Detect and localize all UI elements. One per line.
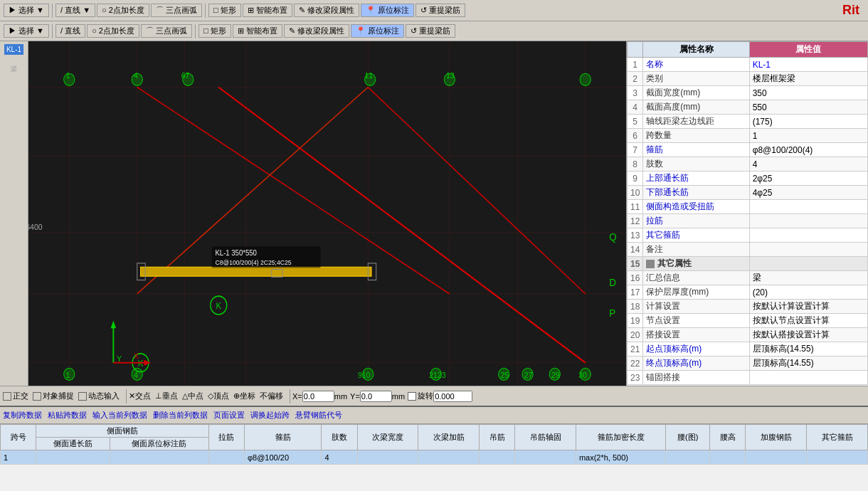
toolbar-2pt-btn[interactable]: ○ 2点加长度	[97, 4, 149, 17]
prop-val-cell[interactable]: 层顶标高(14.55)	[749, 342, 867, 357]
toolbar-3pt-btn[interactable]: ⌒ 三点画弧	[151, 4, 202, 17]
prop-val-cell[interactable]: (20)	[749, 285, 867, 300]
row-beam-bar[interactable]	[418, 450, 480, 465]
svg-point-57	[430, 368, 441, 380]
toolbar-smart-btn[interactable]: ⊞ 智能布置	[243, 4, 292, 17]
kl-tag[interactable]: KL-1	[4, 44, 23, 55]
prop-val-cell[interactable]	[749, 214, 867, 228]
input-col-btn[interactable]: 输入当前列数据	[92, 410, 147, 421]
prop-val-cell[interactable]	[749, 257, 867, 271]
row-stirrup[interactable]: φ8@100/20	[244, 450, 321, 465]
prop-val-cell[interactable]: 550	[749, 100, 867, 115]
status-nooffset[interactable]: 不偏移	[260, 391, 283, 401]
toolbar2-line-btn[interactable]: / 直线	[55, 24, 85, 38]
prop-val-cell[interactable]: 按默认计算设置计算	[749, 300, 867, 314]
prop-val-cell[interactable]: (175)	[749, 115, 867, 129]
prop-val-cell[interactable]	[749, 228, 867, 243]
prop-name-cell[interactable]: 其它箍筋	[643, 228, 749, 243]
status-dynamic[interactable]: 动态输入	[78, 391, 120, 401]
canvas-svg: KL-1 350*550 C8@100/200(4) 2C25;4C25 K K…	[28, 41, 626, 386]
toolbar-annotate-btn[interactable]: 📍 原位标注	[361, 4, 414, 17]
prop-val-cell[interactable]: 层顶标高(14.55)	[749, 357, 867, 371]
paste-span-btn[interactable]: 粘贴跨数据	[48, 410, 87, 421]
row-other[interactable]	[807, 450, 868, 465]
prop-row-num: 13	[628, 228, 643, 243]
toolbar-select-btn[interactable]: ▶ 选择 ▼	[4, 4, 49, 17]
prop-val-cell[interactable]: 4φ25	[749, 186, 867, 200]
prop-name-cell[interactable]: 拉筋	[643, 214, 749, 228]
prop-name-cell[interactable]: 侧面构造或受扭筋	[643, 200, 749, 214]
prop-val-cell[interactable]: 梁	[749, 271, 867, 285]
row-hang[interactable]	[480, 450, 515, 465]
prop-val-cell[interactable]	[749, 200, 867, 214]
prop-val-cell[interactable]: φ8@100/200(4)	[749, 143, 867, 157]
status-perp[interactable]: ⊥ 垂点	[155, 391, 178, 401]
row-tie[interactable]	[208, 450, 244, 465]
prop-name-cell[interactable]: 箍筋	[643, 143, 749, 157]
status-snap[interactable]: 对象捕捉	[33, 391, 74, 401]
status-ortho[interactable]: 正交	[3, 391, 28, 401]
status-intersect[interactable]: ✕ 交点	[129, 391, 151, 401]
status-top[interactable]: ◇ 顶点	[208, 391, 229, 401]
prop-val-cell[interactable]: 按默认节点设置计算	[749, 314, 867, 328]
row-side-long[interactable]	[36, 450, 110, 465]
prop-name-cell[interactable]: 终点顶标高(m)	[643, 357, 749, 371]
bottom-area: 复制跨数据 粘贴跨数据 输入当前列数据 删除当前列数据 页面设置 调换起始跨 悬…	[0, 406, 868, 491]
toolbar-modify-btn[interactable]: ✎ 修改梁段属性	[294, 4, 359, 17]
row-legs[interactable]: 4	[322, 450, 357, 465]
svg-point-60	[549, 368, 560, 380]
row-hang-fix[interactable]	[515, 450, 576, 465]
row-add-bar[interactable]	[746, 450, 807, 465]
toolbar2-2pt-btn[interactable]: ○ 2点加长度	[87, 24, 139, 38]
x-input[interactable]	[302, 391, 334, 402]
cantilever-btn[interactable]: 悬臂钢筋代号	[295, 410, 342, 421]
status-mid[interactable]: △ 中点	[182, 391, 203, 401]
prop-name-cell[interactable]: 起点顶标高(m)	[643, 342, 749, 357]
prop-val-cell[interactable]: 楼层框架梁	[749, 72, 867, 86]
row-dense-len[interactable]: max(2*h, 500)	[576, 450, 665, 465]
toolbar2-modify-btn[interactable]: ✎ 修改梁段属性	[284, 24, 349, 38]
y-input[interactable]	[360, 391, 392, 402]
copy-span-btn[interactable]: 复制跨数据	[3, 410, 42, 421]
prop-name-cell: 计算设置	[643, 300, 749, 314]
prop-val-cell[interactable]	[749, 243, 867, 257]
prop-name-cell[interactable]: 下部通长筋	[643, 186, 749, 200]
prop-row-num: 10	[628, 186, 643, 200]
prop-val-cell[interactable]: 2φ25	[749, 171, 867, 186]
x-label: X=	[292, 392, 302, 401]
mid-label: 中点	[188, 391, 203, 401]
toolbar-rect-btn[interactable]: □ 矩形	[208, 4, 241, 17]
toolbar-line-btn[interactable]: / 直线 ▼	[55, 4, 95, 17]
row-beam-w[interactable]	[357, 450, 418, 465]
nooffset-label: 不偏移	[260, 391, 283, 401]
prop-val-cell[interactable]: 按默认搭接设置计算	[749, 328, 867, 342]
svg-text:Y: Y	[117, 354, 122, 363]
prop-name-cell: 其它属性	[643, 257, 749, 271]
toolbar2-select-btn[interactable]: ▶ 选择 ▼	[4, 24, 49, 38]
row-waist[interactable]	[666, 450, 710, 465]
prop-val-cell[interactable]: 4	[749, 157, 867, 171]
rotation-check[interactable]	[408, 392, 416, 401]
prop-val-cell[interactable]: KL-1	[749, 58, 867, 72]
toolbar-repick-btn[interactable]: ↺ 重提梁筋	[416, 4, 465, 17]
toolbar2-smart-btn[interactable]: ⊞ 智能布置	[233, 24, 282, 38]
toolbar2-rect-btn[interactable]: □ 矩形	[199, 24, 231, 38]
row-waist-h[interactable]	[710, 450, 746, 465]
table-row[interactable]: 1 φ8@100/20 4 max(2*h, 500)	[1, 450, 868, 465]
prop-val-cell[interactable]	[749, 371, 867, 385]
toolbar2-annotate-btn[interactable]: 📍 原位标注	[351, 24, 404, 38]
delete-col-btn[interactable]: 删除当前列数据	[153, 410, 208, 421]
prop-val-cell[interactable]: 1	[749, 129, 867, 143]
prop-name-cell[interactable]: 上部通长筋	[643, 171, 749, 186]
status-coord[interactable]: ⊕ 坐标	[233, 391, 255, 401]
col-side-bar: 侧面钢筋	[36, 425, 209, 438]
prop-val-cell[interactable]: 350	[749, 86, 867, 100]
swap-start-btn[interactable]: 调换起始跨	[250, 410, 290, 421]
toolbar2-repick-btn[interactable]: ↺ 重提梁筋	[406, 24, 455, 38]
page-setup-btn[interactable]: 页面设置	[213, 410, 245, 421]
rotation-input[interactable]	[433, 391, 472, 402]
prop-name-cell[interactable]: 名称	[643, 58, 749, 72]
toolbar2-3pt-btn[interactable]: ⌒ 三点画弧	[141, 24, 192, 38]
canvas-area[interactable]: KL-1 350*550 C8@100/200(4) 2C25;4C25 K K…	[28, 41, 626, 386]
row-side-pos[interactable]	[110, 450, 208, 465]
